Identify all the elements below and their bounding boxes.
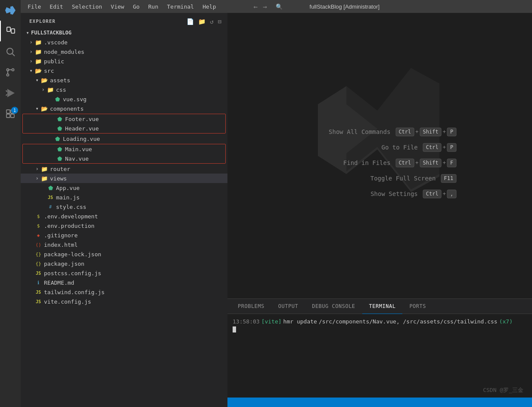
src-name: src xyxy=(44,68,54,74)
loading-name: Loading.vue xyxy=(63,136,100,142)
tab-output[interactable]: OUTPUT xyxy=(271,299,305,314)
svg-rect-8 xyxy=(6,110,10,113)
tree-item-package-json[interactable]: › {} package.json xyxy=(21,259,227,268)
vscode-menu-icon[interactable] xyxy=(0,0,21,21)
search-icon[interactable] xyxy=(0,41,21,62)
nav-name: Nav.vue xyxy=(65,155,89,162)
source-control-icon[interactable] xyxy=(0,62,21,83)
new-file-button[interactable]: 📄 xyxy=(186,17,195,26)
sidebar-title: EXPLORER xyxy=(29,19,56,24)
tree-item-index-html[interactable]: › ⟨⟩ index.html xyxy=(21,240,227,249)
tab-ports[interactable]: PORTS xyxy=(402,299,433,314)
tree-item-css[interactable]: › 📁 css xyxy=(21,85,227,94)
activity-bar: 1 xyxy=(0,0,21,407)
tree-item-src[interactable]: ▾ 📂 src xyxy=(21,66,227,75)
tree-item-package-lock[interactable]: › {} package-lock.json xyxy=(21,249,227,259)
folder-icon-public: 📁 xyxy=(34,57,42,65)
html-icon-index: ⟨⟩ xyxy=(34,241,42,249)
css-name: css xyxy=(56,87,66,93)
collapse-button[interactable]: ⊟ xyxy=(217,17,222,26)
vue-file-icon: ⬟ xyxy=(53,95,61,103)
tree-item-router[interactable]: › 📁 router xyxy=(21,164,227,174)
terminal-content[interactable]: 13:58:03 [vite] hmr update /src/componen… xyxy=(227,314,532,398)
nav-arrows: ← → xyxy=(252,2,269,12)
menu-edit[interactable]: Edit xyxy=(46,3,66,11)
tree-item-public[interactable]: › 📁 public xyxy=(21,56,227,66)
vue-icon-footer: ⬟ xyxy=(56,115,63,123)
explorer-icon[interactable] xyxy=(0,21,21,41)
search-input[interactable] xyxy=(272,2,410,11)
tree-item-tailwind[interactable]: › JS tailwind.config.js xyxy=(21,287,227,297)
tree-item-components[interactable]: ▾ 📂 components xyxy=(21,104,227,113)
menu-file[interactable]: File xyxy=(24,3,44,11)
tree-item-assets[interactable]: ▾ 📂 assets xyxy=(21,75,227,85)
terminal-line-1: 13:58:03 [vite] hmr update /src/componen… xyxy=(233,317,527,326)
src-chevron: ▾ xyxy=(28,67,34,74)
bottom-panel: PROBLEMS OUTPUT DEBUG CONSOLE TERMINAL P… xyxy=(227,298,532,398)
red-border-group-1: › ⬟ Footer.vue › ⬟ Header.vue xyxy=(22,114,226,134)
tree-item-header[interactable]: › ⬟ Header.vue xyxy=(23,124,225,133)
tree-item-env-dev[interactable]: › $ .env.development xyxy=(21,211,227,221)
vuesvg-name: vue.svg xyxy=(63,96,87,103)
tree-item-loading[interactable]: › ⬟ Loading.vue xyxy=(21,134,227,143)
js-icon-main: JS xyxy=(47,193,54,201)
svg-rect-10 xyxy=(6,114,10,118)
menu-terminal[interactable]: Terminal xyxy=(164,3,198,11)
panel-tabs: PROBLEMS OUTPUT DEBUG CONSOLE TERMINAL P… xyxy=(227,299,532,314)
folder-views-icon: 📁 xyxy=(40,174,48,182)
go-to-file-label: Go to File xyxy=(381,144,417,151)
vue-icon-nav: ⬟ xyxy=(56,155,63,162)
tree-item-postcss[interactable]: › JS postcss.config.js xyxy=(21,268,227,278)
tree-item-style-css[interactable]: › # style.css xyxy=(21,202,227,211)
tree-item-readme[interactable]: › ℹ README.md xyxy=(21,278,227,287)
tree-item-vite[interactable]: › JS vite.config.js xyxy=(21,297,227,306)
json-icon-pkg: {} xyxy=(34,260,42,267)
app-vue-name: App.vue xyxy=(56,185,80,191)
menu-help[interactable]: Help xyxy=(199,3,219,11)
terminal-command: hmr update xyxy=(283,317,317,326)
tab-problems[interactable]: PROBLEMS xyxy=(231,299,271,314)
tree-item-main-vue[interactable]: › ⬟ Main.vue xyxy=(23,144,225,154)
command-find-in-files: Find in Files Ctrl + Shift + F xyxy=(329,158,456,167)
tree-item-main-js[interactable]: › JS main.js xyxy=(21,193,227,202)
svg-rect-0 xyxy=(7,27,10,31)
root-folder[interactable]: ▾ FULLSTACKBLOG xyxy=(21,28,227,37)
env-prod-icon: $ xyxy=(34,222,42,230)
menu-go[interactable]: Go xyxy=(129,3,143,11)
tab-debug-console[interactable]: DEBUG CONSOLE xyxy=(305,299,362,314)
run-debug-icon[interactable] xyxy=(0,83,21,103)
tree-item-footer[interactable]: › ⬟ Footer.vue xyxy=(23,114,225,124)
tree-item-node-modules[interactable]: › 📁 node_modules xyxy=(21,47,227,56)
js-icon-postcss: JS xyxy=(34,269,42,277)
new-folder-button[interactable]: 📁 xyxy=(197,17,206,26)
terminal-cursor-line xyxy=(233,326,527,332)
find-in-files-label: Find in Files xyxy=(343,159,391,166)
refresh-button[interactable]: ↺ xyxy=(209,17,214,26)
tree-item-vuesvg[interactable]: › ⬟ vue.svg xyxy=(21,94,227,104)
package-json-name: package.json xyxy=(44,261,84,267)
css-icon-style: # xyxy=(47,203,54,211)
show-all-commands-keys: Ctrl + Shift + P xyxy=(395,127,456,136)
status-bar xyxy=(227,398,532,407)
menu-view[interactable]: View xyxy=(107,3,128,11)
vue-icon-loading: ⬟ xyxy=(53,135,61,143)
tree-item-views[interactable]: › 📁 views xyxy=(21,174,227,183)
menu-run[interactable]: Run xyxy=(145,3,162,11)
nav-forward[interactable]: → xyxy=(261,2,269,12)
tree-item-app-vue[interactable]: › ⬟ App.vue xyxy=(21,183,227,193)
folder-css-icon: 📁 xyxy=(47,86,54,93)
extensions-icon[interactable]: 1 xyxy=(0,103,21,124)
show-all-commands-label: Show All Commands xyxy=(329,128,390,135)
menu-selection[interactable]: Selection xyxy=(68,3,106,11)
command-toggle-fullscreen: Toggle Full Screen F11 xyxy=(329,174,456,183)
welcome-commands: Show All Commands Ctrl + Shift + P Go to… xyxy=(329,127,456,198)
extensions-badge: 1 xyxy=(11,107,18,114)
tab-terminal[interactable]: TERMINAL xyxy=(362,299,403,314)
nav-back[interactable]: ← xyxy=(252,2,260,12)
tree-item-env-prod[interactable]: › $ .env.production xyxy=(21,221,227,230)
main-vue-name: Main.vue xyxy=(65,146,92,152)
tree-item-vscode[interactable]: › 📁 .vscode xyxy=(21,37,227,47)
vite-name: vite.config.js xyxy=(44,298,91,305)
tree-item-nav[interactable]: › ⬟ Nav.vue xyxy=(23,154,225,163)
tree-item-gitignore[interactable]: › ◈ .gitignore xyxy=(21,230,227,240)
